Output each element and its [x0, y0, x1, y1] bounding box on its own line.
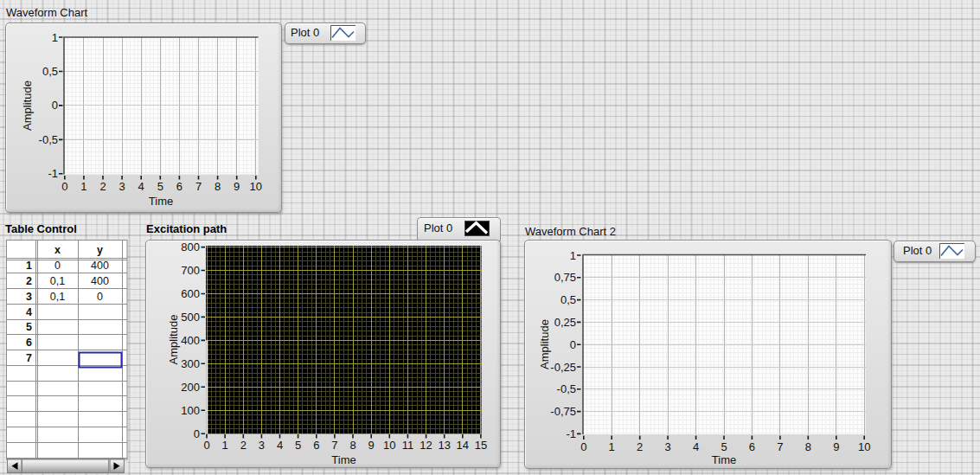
svg-text:300: 300	[181, 357, 200, 370]
svg-text:2: 2	[637, 440, 643, 453]
svg-text:0,5: 0,5	[42, 65, 58, 78]
svg-text:8: 8	[349, 439, 355, 452]
svg-text:5: 5	[157, 180, 163, 193]
svg-text:0: 0	[580, 440, 586, 453]
svg-text:0,5: 0,5	[560, 293, 576, 306]
svg-text:Time: Time	[149, 195, 173, 208]
svg-text:5: 5	[295, 439, 301, 452]
svg-text:1: 1	[609, 440, 615, 453]
svg-text:2: 2	[240, 439, 247, 452]
svg-text:-1: -1	[48, 167, 58, 180]
svg-text:4: 4	[277, 439, 283, 452]
svg-text:-1: -1	[566, 427, 576, 440]
svg-text:7: 7	[777, 440, 783, 453]
svg-text:6: 6	[176, 180, 183, 193]
svg-text:3: 3	[259, 439, 265, 452]
svg-text:5: 5	[26, 321, 32, 333]
svg-text:400: 400	[91, 260, 109, 272]
svg-text:200: 200	[181, 381, 200, 394]
svg-text:0: 0	[194, 427, 200, 440]
svg-text:7: 7	[331, 439, 337, 452]
svg-text:0: 0	[54, 260, 61, 272]
svg-text:6: 6	[313, 439, 319, 452]
svg-text:10: 10	[858, 440, 870, 453]
svg-text:13: 13	[438, 439, 450, 452]
svg-text:y: y	[97, 244, 103, 256]
svg-text:9: 9	[368, 439, 375, 452]
svg-text:2: 2	[26, 275, 32, 287]
svg-text:400: 400	[181, 334, 200, 347]
svg-text:4: 4	[693, 440, 699, 453]
svg-text:7: 7	[26, 352, 32, 364]
svg-text:0: 0	[570, 338, 576, 351]
svg-text:0,1: 0,1	[50, 275, 65, 287]
svg-text:-0,25: -0,25	[550, 361, 576, 374]
svg-text:Amplitude: Amplitude	[167, 315, 180, 365]
svg-text:3: 3	[26, 291, 32, 303]
svg-text:8: 8	[805, 440, 811, 453]
svg-text:-0,5: -0,5	[557, 382, 576, 395]
svg-text:8: 8	[215, 180, 221, 193]
svg-text:3: 3	[664, 440, 670, 453]
svg-text:7: 7	[195, 180, 202, 193]
svg-text:3: 3	[118, 180, 125, 193]
svg-text:0: 0	[61, 180, 67, 193]
svg-text:6: 6	[26, 337, 32, 349]
svg-text:400: 400	[91, 275, 109, 287]
svg-text:0: 0	[203, 439, 209, 452]
svg-text:x: x	[54, 244, 61, 256]
svg-text:1: 1	[26, 260, 32, 272]
svg-text:-0,75: -0,75	[550, 405, 576, 418]
svg-text:1: 1	[52, 31, 58, 44]
svg-text:4: 4	[138, 180, 144, 193]
svg-text:Amplitude: Amplitude	[538, 319, 551, 369]
svg-text:Time: Time	[712, 453, 736, 466]
svg-text:Time: Time	[331, 453, 355, 466]
svg-text:0: 0	[97, 291, 103, 303]
svg-text:Amplitude: Amplitude	[21, 80, 34, 131]
svg-text:0,75: 0,75	[554, 271, 576, 284]
svg-text:700: 700	[181, 264, 200, 277]
svg-text:6: 6	[749, 440, 755, 453]
svg-text:11: 11	[402, 439, 414, 452]
svg-text:2: 2	[99, 180, 106, 193]
svg-text:9: 9	[234, 180, 240, 193]
svg-text:10: 10	[250, 180, 262, 193]
svg-text:0: 0	[52, 99, 58, 112]
svg-text:4: 4	[26, 306, 32, 318]
svg-text:5: 5	[721, 440, 727, 453]
svg-text:0,25: 0,25	[554, 316, 576, 329]
svg-text:0,1: 0,1	[50, 291, 65, 303]
svg-text:9: 9	[833, 440, 839, 453]
svg-text:100: 100	[181, 404, 200, 417]
svg-text:1: 1	[80, 180, 86, 193]
svg-text:800: 800	[181, 241, 200, 254]
svg-text:-0,5: -0,5	[39, 133, 58, 146]
svg-text:10: 10	[383, 439, 395, 452]
svg-text:12: 12	[420, 439, 432, 452]
svg-text:14: 14	[457, 439, 469, 452]
svg-text:1: 1	[221, 439, 227, 452]
svg-text:500: 500	[181, 311, 200, 324]
svg-text:600: 600	[181, 287, 200, 300]
svg-text:1: 1	[570, 249, 576, 262]
svg-text:15: 15	[475, 439, 487, 452]
